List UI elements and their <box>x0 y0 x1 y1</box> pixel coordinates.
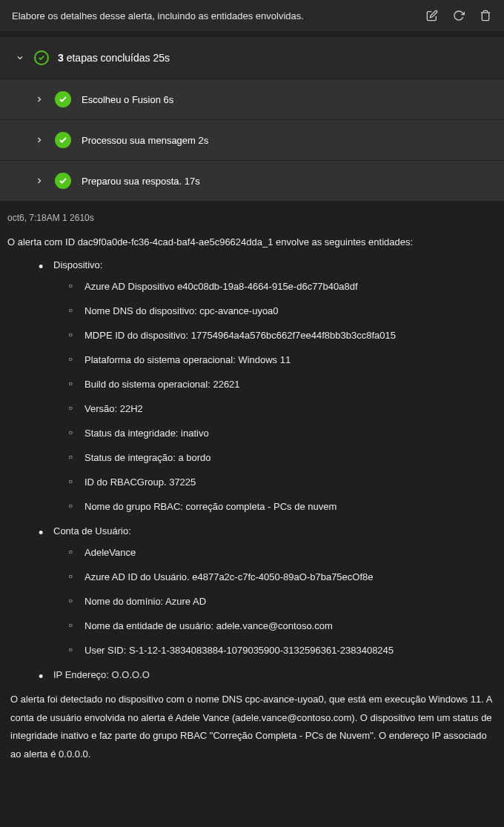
step-row[interactable]: Escolheu o Fusion 6s <box>0 79 504 119</box>
steps-summary-row[interactable]: 3 etapas concluídas 25s <box>0 37 504 79</box>
step-label: Processou sua mensagem 2s <box>82 135 208 146</box>
list-item: Plataforma do sistema operacional: Windo… <box>67 354 497 365</box>
step-label: Escolheu o Fusion 6s <box>82 94 173 105</box>
check-circle-icon <box>34 50 49 65</box>
step-label: Preparou sua resposta. 17s <box>82 176 200 187</box>
list-item: Nome do domínio: Azure AD <box>67 596 497 607</box>
chevron-down-icon <box>15 53 25 63</box>
list-item: Build do sistema operacional: 22621 <box>67 379 497 390</box>
timestamp: oct6, 7:18AM 1 2610s <box>7 213 497 223</box>
steps-count: 3 <box>58 52 64 64</box>
entity-list: Dispositivo: Azure AD Dispositivo e40c08… <box>7 259 497 680</box>
user-section: Conta de Usuário: AdeleVance Azure AD ID… <box>36 525 497 656</box>
edit-icon[interactable] <box>425 9 439 22</box>
chevron-right-icon <box>34 135 44 145</box>
user-title: Conta de Usuário: <box>53 525 131 537</box>
list-item: Nome do grupo RBAC: correção completa - … <box>67 501 497 512</box>
list-item: User SID: S-1-12-1-3834083884-1079035900… <box>67 645 497 656</box>
check-filled-icon <box>55 91 71 107</box>
chevron-right-icon <box>34 94 44 104</box>
user-details: AdeleVance Azure AD ID do Usuário. e4877… <box>53 547 497 656</box>
header-bar: Elabore os detalhes desse alerta, inclui… <box>0 0 504 31</box>
list-item: Versão: 22H2 <box>67 403 497 414</box>
list-item: Azure AD ID do Usuário. e4877a2c-c7fc-40… <box>67 571 497 582</box>
footer-paragraph: O alerta foi detectado no dispositivo co… <box>7 691 497 764</box>
list-item: Status de integração: a bordo <box>67 452 497 463</box>
device-title: Dispositivo: <box>53 259 102 270</box>
list-item: Nome DNS do dispositivo: cpc-avance-uyoa… <box>67 305 497 316</box>
ip-section: IP Endereço: O.O.O.O <box>36 669 497 680</box>
device-section: Dispositivo: Azure AD Dispositivo e40c08… <box>36 259 497 512</box>
content-body: oct6, 7:18AM 1 2610s O alerta com ID dac… <box>0 201 504 771</box>
list-item: Status da integridade: inativo <box>67 428 497 439</box>
list-item: ID do RBACGroup. 37225 <box>67 476 497 488</box>
step-row[interactable]: Processou sua mensagem 2s <box>0 120 504 160</box>
header-actions <box>425 9 492 22</box>
steps-label: etapas concluídas 25s <box>67 52 170 64</box>
alert-intro: O alerta com ID dac9f0a0de-fc36-4cad-baf… <box>7 236 497 248</box>
ip-value: Endereço: O.O.O.O <box>65 669 150 680</box>
list-item: AdeleVance <box>67 547 497 558</box>
check-filled-icon <box>55 132 71 148</box>
check-filled-icon <box>55 173 71 189</box>
list-item: Azure AD Dispositivo e40c08db-19a8-4664-… <box>67 281 497 292</box>
prompt-text: Elabore os detalhes desse alerta, inclui… <box>12 10 304 21</box>
refresh-icon[interactable] <box>452 9 465 22</box>
ip-label: IP <box>53 669 62 680</box>
delete-icon[interactable] <box>479 9 492 22</box>
steps-summary-text: 3 etapas concluídas 25s <box>58 52 170 64</box>
chevron-right-icon <box>34 176 44 186</box>
list-item: Nome da entidade de usuário: adele.vance… <box>67 620 497 631</box>
list-item: MDPE ID do dispositivo: 17754964a4a576bc… <box>67 330 497 341</box>
device-details: Azure AD Dispositivo e40c08db-19a8-4664-… <box>53 281 497 512</box>
step-row[interactable]: Preparou sua resposta. 17s <box>0 161 504 201</box>
